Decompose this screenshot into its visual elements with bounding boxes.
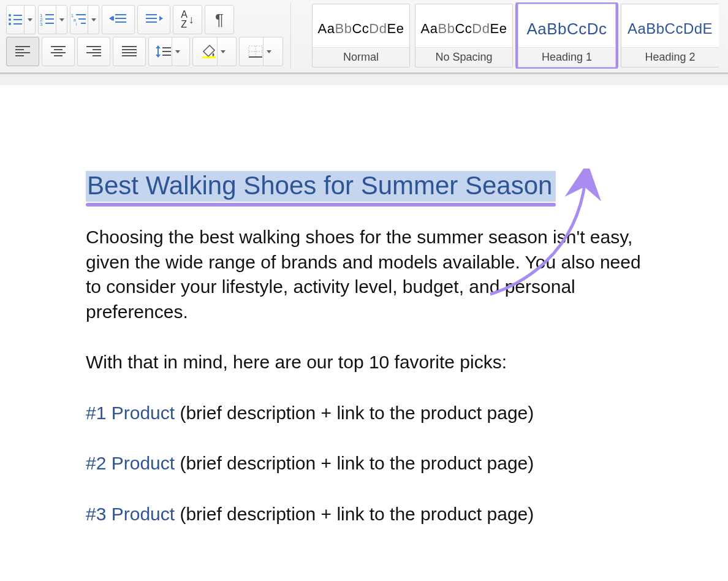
svg-rect-37 bbox=[86, 52, 101, 53]
increase-indent-icon bbox=[145, 13, 163, 26]
style-label: Normal bbox=[313, 47, 409, 67]
align-right-button[interactable] bbox=[77, 37, 110, 66]
align-center-button[interactable] bbox=[42, 37, 75, 66]
svg-rect-46 bbox=[162, 47, 171, 48]
svg-rect-27 bbox=[15, 46, 30, 47]
paragraph-group: 1 2 3 1 a i bbox=[4, 2, 291, 69]
svg-marker-43 bbox=[156, 45, 161, 48]
align-left-icon bbox=[15, 46, 30, 57]
svg-point-4 bbox=[9, 23, 11, 25]
document-body[interactable]: Choosing the best walking shoes for the … bbox=[86, 225, 656, 526]
justify-icon bbox=[122, 46, 137, 57]
multilevel-list-button[interactable]: 1 a i bbox=[70, 5, 99, 34]
paragraph[interactable]: With that in mind, here are our top 10 f… bbox=[86, 350, 656, 375]
svg-rect-24 bbox=[146, 18, 157, 19]
svg-rect-28 bbox=[15, 49, 24, 50]
svg-text:i: i bbox=[76, 22, 77, 26]
svg-rect-29 bbox=[15, 52, 30, 53]
svg-marker-45 bbox=[156, 55, 161, 58]
align-center-icon bbox=[51, 46, 66, 57]
multilevel-list-icon: 1 a i bbox=[70, 12, 88, 27]
increase-indent-button[interactable] bbox=[137, 5, 170, 34]
product-name: #2 Product bbox=[86, 453, 175, 473]
numbered-list-button[interactable]: 1 2 3 bbox=[38, 5, 67, 34]
paragraph[interactable]: Choosing the best walking shoes for the … bbox=[86, 225, 656, 324]
pilcrow-icon: ¶ bbox=[215, 10, 224, 29]
svg-rect-38 bbox=[93, 55, 101, 56]
svg-rect-25 bbox=[146, 21, 157, 23]
style-preview: AaBbCcDdE bbox=[621, 4, 719, 47]
svg-rect-7 bbox=[45, 14, 54, 15]
dropdown-icon[interactable] bbox=[217, 37, 228, 66]
svg-rect-49 bbox=[202, 56, 216, 58]
svg-rect-36 bbox=[93, 49, 101, 50]
dropdown-icon[interactable] bbox=[172, 37, 183, 66]
style-heading-1[interactable]: AaBbCcDc Heading 1 bbox=[518, 4, 616, 67]
svg-rect-35 bbox=[86, 46, 101, 47]
svg-point-0 bbox=[9, 14, 11, 17]
document-heading-1[interactable]: Best Walking Shoes for Summer Season bbox=[86, 171, 556, 202]
svg-rect-44 bbox=[157, 48, 159, 55]
svg-rect-47 bbox=[162, 51, 171, 52]
svg-rect-33 bbox=[51, 52, 66, 53]
dropdown-icon[interactable] bbox=[56, 6, 67, 34]
svg-text:1: 1 bbox=[71, 13, 74, 18]
show-formatting-button[interactable]: ¶ bbox=[205, 5, 234, 34]
svg-rect-23 bbox=[146, 14, 157, 15]
style-preview: AaBbCcDdEe bbox=[313, 4, 409, 47]
style-label: No Spacing bbox=[415, 47, 512, 67]
borders-button[interactable] bbox=[239, 37, 283, 66]
svg-text:3: 3 bbox=[40, 21, 43, 27]
document-page[interactable]: Best Walking Shoes for Summer Season Cho… bbox=[0, 85, 728, 581]
product-line[interactable]: #1 Product (brief description + link to … bbox=[86, 401, 656, 426]
product-desc: (brief description + link to the product… bbox=[175, 453, 534, 473]
sort-button[interactable]: AZ ↓ bbox=[173, 5, 202, 34]
decrease-indent-icon bbox=[109, 13, 127, 26]
line-spacing-button[interactable] bbox=[148, 37, 190, 66]
svg-rect-9 bbox=[45, 18, 54, 20]
document-area: Best Walking Shoes for Summer Season Cho… bbox=[0, 74, 728, 581]
product-name: #3 Product bbox=[86, 504, 175, 524]
svg-rect-13 bbox=[76, 14, 86, 15]
svg-rect-1 bbox=[13, 15, 22, 16]
svg-rect-3 bbox=[13, 19, 22, 20]
style-label: Heading 1 bbox=[518, 47, 615, 67]
decrease-indent-button[interactable] bbox=[102, 5, 135, 34]
style-no-spacing[interactable]: AaBbCcDdEe No Spacing bbox=[415, 4, 513, 67]
dropdown-icon[interactable] bbox=[88, 6, 99, 34]
svg-rect-34 bbox=[54, 55, 63, 56]
svg-rect-32 bbox=[54, 49, 63, 50]
numbered-list-icon: 1 2 3 bbox=[39, 12, 56, 27]
product-line[interactable]: #2 Product (brief description + link to … bbox=[86, 451, 656, 476]
product-line[interactable]: #3 Product (brief description + link to … bbox=[86, 502, 656, 527]
style-normal[interactable]: AaBbCcDdEe Normal bbox=[312, 4, 410, 67]
borders-icon bbox=[248, 45, 263, 58]
bulleted-list-button[interactable] bbox=[6, 5, 36, 34]
sort-icon: AZ bbox=[181, 10, 188, 29]
dropdown-icon[interactable] bbox=[263, 37, 274, 66]
svg-rect-18 bbox=[115, 14, 126, 15]
product-desc: (brief description + link to the product… bbox=[175, 403, 534, 423]
svg-rect-48 bbox=[162, 55, 171, 56]
svg-rect-17 bbox=[81, 23, 86, 24]
svg-rect-15 bbox=[78, 18, 86, 20]
svg-rect-42 bbox=[122, 55, 137, 56]
down-arrow-icon: ↓ bbox=[189, 13, 194, 26]
svg-rect-19 bbox=[115, 18, 126, 19]
svg-rect-20 bbox=[115, 21, 126, 23]
bulleted-list-icon bbox=[7, 12, 24, 27]
justify-button[interactable] bbox=[113, 37, 146, 66]
shading-button[interactable] bbox=[192, 37, 237, 66]
svg-rect-39 bbox=[122, 46, 137, 47]
svg-rect-5 bbox=[13, 23, 22, 25]
paint-bucket-icon bbox=[201, 44, 217, 59]
svg-rect-41 bbox=[122, 52, 137, 53]
svg-marker-22 bbox=[109, 16, 113, 21]
dropdown-icon[interactable] bbox=[24, 6, 35, 34]
align-right-icon bbox=[86, 46, 101, 57]
style-label: Heading 2 bbox=[621, 47, 719, 67]
styles-gallery: AaBbCcDdEe Normal AaBbCcDdEe No Spacing … bbox=[291, 2, 724, 69]
align-left-button[interactable] bbox=[6, 37, 39, 66]
style-heading-2[interactable]: AaBbCcDdE Heading 2 bbox=[621, 4, 719, 67]
svg-rect-30 bbox=[15, 55, 24, 56]
